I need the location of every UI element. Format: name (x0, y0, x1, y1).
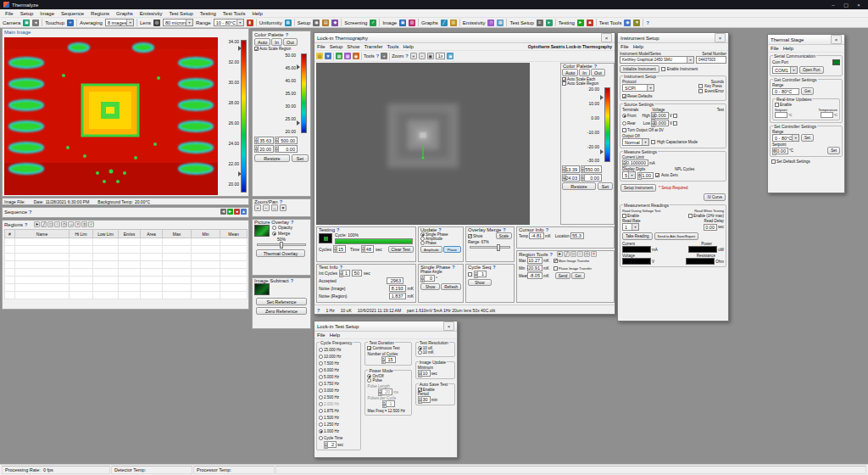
menu-emissivity[interactable]: Emissivity (136, 11, 166, 16)
crosshair-icon[interactable]: + (381, 53, 387, 59)
apply-icon[interactable]: ✓ (88, 221, 94, 227)
palette-low-pos-spinner[interactable]: ▴▾0.00 (581, 174, 602, 182)
close-icon[interactable]: × (831, 35, 842, 44)
int-cycles-spinner[interactable]: ▴▾1 (339, 270, 350, 277)
slider-thumb[interactable] (280, 242, 283, 249)
out-button[interactable]: Out (591, 69, 605, 76)
lockin-test-setup-titlebar[interactable]: Lock-in Test Setup × (314, 321, 457, 332)
zoom-in-icon[interactable]: + (410, 53, 417, 59)
menu-regions[interactable]: Regions (87, 11, 113, 16)
main-image-transfer-checkbox[interactable] (554, 259, 558, 263)
setup-instrument-button[interactable]: Setup Instrument (620, 184, 656, 192)
snapshot-icon[interactable]: ▣ (447, 53, 453, 59)
help-icon[interactable]: ? (452, 265, 454, 270)
palette-low-spinner[interactable]: ▴▾-24.03 (562, 174, 580, 182)
com-port-select[interactable]: COM1▾ (772, 66, 798, 74)
restore-button[interactable]: Restore (254, 154, 290, 162)
help-icon[interactable]: ? (550, 252, 553, 257)
chevron-down-icon[interactable]: ▾ (792, 135, 798, 141)
voltage-high-spinner[interactable]: ▴▾0.000 (651, 112, 669, 119)
minimum-spinner[interactable]: ▴▾10 (418, 370, 431, 377)
freq-radio-selected[interactable] (319, 429, 323, 433)
chevron-down-icon[interactable]: ▾ (790, 67, 797, 73)
help-icon[interactable]: ? (29, 210, 31, 215)
freq-radio[interactable] (319, 348, 323, 352)
freq-radio[interactable] (319, 368, 323, 372)
phase-button[interactable]: Phase (443, 246, 461, 253)
first-frame-icon[interactable]: ◄ (220, 209, 226, 215)
res-10mk-radio[interactable] (418, 350, 422, 355)
palette-high-spinner[interactable]: ▴▾35.63 (254, 137, 274, 144)
ellipse-tool-icon[interactable]: ○ (54, 221, 60, 227)
polygon-tool-icon[interactable]: ◇ (584, 251, 590, 257)
freq-radio[interactable] (319, 361, 323, 366)
freq-radio[interactable] (319, 402, 323, 406)
zoom-out-icon[interactable]: − (263, 204, 270, 211)
set-default-settings-checkbox[interactable] (771, 159, 776, 164)
overlay-slider[interactable] (257, 243, 306, 246)
show-button[interactable]: Show (420, 283, 440, 290)
chevron-down-icon[interactable]: ▾ (186, 20, 192, 25)
cycle-seq-spinner[interactable]: ▴▾1 (474, 271, 487, 277)
export-icon[interactable]: ▲ (241, 209, 247, 215)
table-row[interactable] (5, 261, 248, 269)
freq-radio[interactable] (319, 409, 323, 413)
app-titlebar[interactable]: Thermalyze – ▢ × (0, 0, 868, 9)
palette-low-pos-spinner[interactable]: ▴▾0.00 (275, 145, 298, 153)
thermal-image[interactable] (4, 37, 218, 195)
pin-icon[interactable]: ▼ (280, 204, 287, 211)
capture-icon[interactable]: ● (32, 20, 39, 26)
npl-cycles-spinner[interactable]: ▴▾1.00 (637, 172, 654, 179)
model-select[interactable]: Keithley Graphical 2450 SMU▾ (620, 56, 694, 64)
auto-zero-checkbox[interactable] (655, 173, 659, 177)
maximize-icon[interactable]: ▢ (840, 1, 852, 8)
display-digits-select[interactable]: 5▾ (622, 171, 636, 179)
chevron-down-icon[interactable]: ▾ (632, 224, 638, 230)
pulse-length-spinner[interactable]: ▴▾20 (378, 388, 392, 395)
lockin-window-titlebar[interactable]: Lock-in Thermography × (314, 33, 615, 43)
in-button[interactable]: In (579, 69, 590, 76)
zoom-out-icon[interactable]: − (419, 53, 426, 59)
zoom-in-icon[interactable]: + (254, 204, 261, 211)
rear-radio[interactable] (622, 121, 626, 126)
initialize-instrument-button[interactable]: Initialize Instrument (620, 65, 659, 73)
emissivity-table-icon[interactable]: ▦ (497, 20, 504, 26)
help-icon[interactable]: ? (546, 227, 548, 232)
delete-region-icon[interactable]: × (591, 251, 597, 257)
auto-scale-region-checkbox[interactable] (562, 81, 566, 86)
output-off-select[interactable]: Normal▾ (622, 138, 649, 146)
chevron-down-icon[interactable]: ▾ (628, 172, 635, 178)
menu-test-tools[interactable]: Test Tools (220, 11, 249, 16)
freq-radio[interactable] (319, 416, 323, 420)
auto-save-enable-checkbox[interactable] (418, 388, 422, 392)
reset-defaults-checkbox[interactable] (622, 94, 626, 98)
opacity-radio[interactable] (272, 226, 276, 230)
phase-image-icon[interactable]: ▦ (344, 53, 351, 59)
palette-high-marker[interactable] (600, 95, 604, 100)
col-num[interactable]: # (5, 230, 15, 238)
palette-high-spinner[interactable]: ▴▾13.39 (562, 165, 580, 173)
show-checkbox[interactable] (468, 234, 472, 238)
pan-icon[interactable]: ↔ (271, 204, 278, 211)
amplitude-button[interactable]: Amplitude (420, 246, 442, 253)
instrument-menu-help[interactable]: Help (633, 44, 643, 49)
setup-menu-help[interactable]: Help (330, 332, 340, 338)
close-icon[interactable]: × (853, 1, 865, 8)
pulse-radio[interactable] (367, 378, 371, 383)
scale-low-marker[interactable] (238, 171, 242, 176)
col-name[interactable]: Name (15, 230, 70, 238)
histogram-icon[interactable]: ▥ (409, 20, 415, 26)
int-time-field[interactable]: 50 (352, 270, 362, 277)
send-button[interactable]: Send (555, 272, 571, 279)
thermal-stage-titlebar[interactable]: Thermal Stage × (768, 35, 844, 45)
gear-icon[interactable]: ◉ (313, 20, 320, 26)
slider-thumb[interactable] (497, 244, 500, 251)
minimize-icon[interactable]: – (827, 1, 839, 8)
line-tool-icon[interactable]: ╱ (41, 221, 47, 227)
freq-radio[interactable] (319, 355, 323, 359)
col-mean[interactable]: Mean (220, 230, 248, 238)
table-row[interactable] (5, 284, 248, 292)
get-button[interactable]: Get (801, 87, 814, 95)
set-setpoint-button[interactable]: Set (827, 147, 840, 154)
list-icon[interactable]: ≡ (81, 221, 87, 227)
